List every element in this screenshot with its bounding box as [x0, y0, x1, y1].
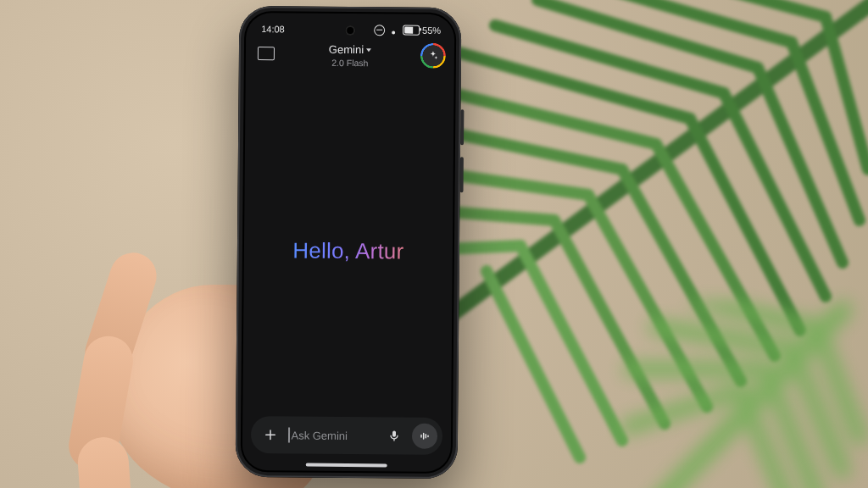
app-header: Gemini 2.0 Flash: [246, 42, 454, 86]
photo-scene: 14:08 55% Gemini: [0, 0, 868, 488]
model-version: 2.0 Flash: [331, 58, 368, 68]
conversations-button[interactable]: [258, 47, 275, 60]
phone-device: 14:08 55% Gemini: [236, 6, 462, 479]
dnd-icon: [374, 25, 385, 36]
model-name: Gemini: [329, 44, 364, 57]
microphone-icon: [387, 429, 401, 442]
phone-screen: 14:08 55% Gemini: [242, 13, 455, 472]
text-cursor: [288, 427, 290, 442]
battery-indicator: 55%: [403, 25, 441, 36]
greeting-area: Hello, Artur: [242, 84, 453, 418]
voice-input-button[interactable]: [381, 423, 407, 448]
add-button[interactable]: [258, 422, 283, 447]
status-time: 14:08: [261, 24, 285, 34]
waveform-icon: [418, 430, 431, 443]
account-avatar[interactable]: [422, 45, 444, 67]
chevron-down-icon: [366, 49, 371, 53]
gesture-nav-handle[interactable]: [306, 463, 387, 468]
model-selector[interactable]: Gemini 2.0 Flash: [329, 44, 371, 68]
gemini-live-button[interactable]: [412, 424, 437, 449]
battery-percent: 55%: [422, 25, 441, 36]
greeting-text: Hello, Artur: [292, 237, 403, 264]
prompt-input-bar[interactable]: Ask Gemini: [251, 416, 442, 455]
prompt-placeholder: Ask Gemini: [291, 429, 348, 442]
plus-icon: [263, 427, 278, 442]
sparkle-icon: [427, 50, 439, 62]
prompt-text-field[interactable]: Ask Gemini: [288, 427, 376, 443]
battery-icon: [403, 25, 420, 36]
front-camera: [345, 25, 355, 36]
wifi-icon: [388, 25, 399, 34]
